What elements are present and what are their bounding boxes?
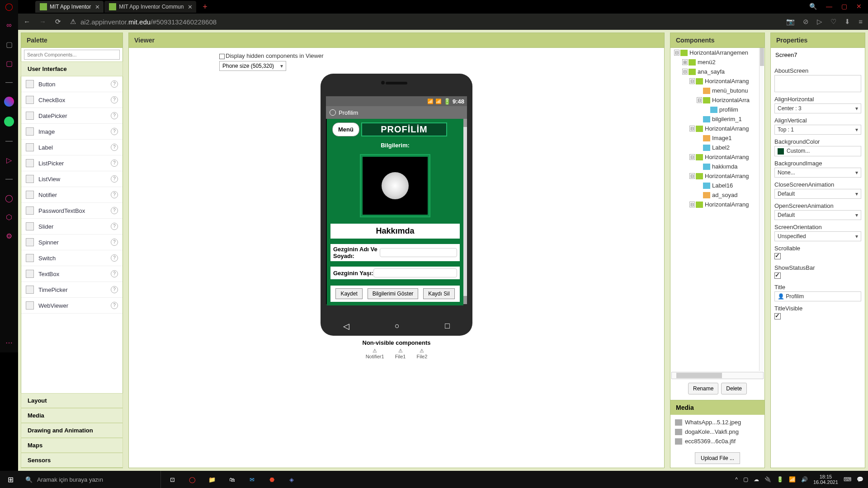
tab-close-icon[interactable]: ✕ [95, 4, 100, 10]
prop-alignvertical[interactable]: Top : 1 [774, 125, 861, 135]
tree-hscroll[interactable] [671, 372, 764, 379]
nonvisible-file2[interactable]: ⚠File2 [416, 348, 427, 359]
help-icon[interactable]: ? [111, 286, 118, 293]
clock-icon[interactable]: ◯ [5, 193, 14, 202]
help-icon[interactable]: ? [111, 270, 118, 277]
preview-scrollbar[interactable] [463, 119, 467, 304]
close-icon[interactable]: ✕ [856, 3, 862, 10]
chevron-up-icon[interactable]: ^ [735, 476, 738, 483]
help-icon[interactable]: ? [111, 96, 118, 103]
usb-icon[interactable]: 🔌 [764, 476, 771, 483]
gear-icon[interactable]: ⚙ [5, 231, 14, 240]
expand-icon[interactable]: ⊞ [682, 59, 688, 65]
palette-item-webviewer[interactable]: WebViewer? [21, 298, 123, 314]
expand-icon[interactable]: ⊟ [689, 173, 695, 179]
cube-icon[interactable]: ⬡ [5, 212, 14, 221]
components-tree[interactable]: ⊟HorizontalArrangemen⊞menü2⊟ana_sayfa⊟Ho… [670, 48, 764, 371]
phone-size-select[interactable]: Phone size (505,320) [219, 61, 286, 71]
media-file[interactable]: WhatsApp...5.12.jpeg [675, 418, 760, 427]
dash3-icon[interactable]: — [5, 174, 14, 183]
help-icon[interactable]: ? [111, 207, 118, 214]
tree-node[interactable]: hakkımda [696, 162, 764, 171]
onedrive-icon[interactable]: ☁ [754, 476, 759, 483]
delete-button[interactable]: Delete [721, 383, 747, 394]
display-hidden-checkbox[interactable]: Display hidden components in Viewer [219, 52, 324, 59]
category-layout[interactable]: Layout [21, 393, 123, 408]
age-input[interactable] [373, 268, 457, 277]
download-icon[interactable]: ⬇ [844, 18, 850, 26]
help-icon[interactable]: ? [111, 128, 118, 135]
mail-icon[interactable]: ✉ [244, 473, 259, 486]
palette-item-notifier[interactable]: Notifier? [21, 187, 123, 203]
help-icon[interactable]: ? [111, 160, 118, 167]
expand-icon[interactable]: ⊟ [689, 78, 695, 84]
menu-icon[interactable]: ≡ [859, 18, 863, 26]
ime-icon[interactable]: ⌨ [844, 476, 851, 483]
tree-node[interactable]: ⊟HorizontalArra [696, 95, 764, 105]
opera-icon[interactable]: ◯ [5, 2, 14, 11]
palette-item-textbox[interactable]: TextBox? [21, 266, 123, 282]
search-icon[interactable]: 🔍 [809, 3, 817, 10]
volume-icon[interactable]: 🔊 [801, 476, 808, 483]
discord-icon[interactable]: ◈ [284, 473, 299, 486]
tree-node[interactable]: ⊞menü2 [681, 57, 764, 67]
help-icon[interactable]: ? [111, 191, 118, 198]
office-icon[interactable]: ⬣ [264, 473, 279, 486]
nonvisible-notifier1[interactable]: ⚠Notifier1 [366, 348, 384, 359]
expand-icon[interactable]: ⊟ [689, 126, 695, 131]
tree-node[interactable]: ⊟HorizontalArrang [689, 171, 764, 181]
tree-node[interactable]: ad_soyad [696, 190, 764, 200]
phone-screen[interactable]: 📶 📶 🔋 9:48 Profilim Menü [326, 96, 467, 304]
minimize-icon[interactable]: — [826, 3, 832, 10]
expand-icon[interactable]: ⊟ [689, 202, 695, 207]
help-icon[interactable]: ? [111, 112, 118, 119]
prop-backgroundimage[interactable]: None... [774, 168, 861, 178]
help-icon[interactable]: ? [111, 254, 118, 262]
prop-alignhorizontal[interactable]: Center : 3 [774, 103, 861, 113]
prop-openscreenanimation[interactable]: Default [774, 210, 861, 220]
wifi-tray-icon[interactable]: 📶 [789, 476, 796, 483]
palette-item-checkbox[interactable]: CheckBox? [21, 92, 123, 108]
palette-item-switch[interactable]: Switch? [21, 250, 123, 266]
url-field[interactable]: ⚠ ai2.appinventor.mit.edu/#5093132460228… [70, 18, 786, 26]
briefcase-icon[interactable]: ▢ [5, 40, 14, 49]
start-button[interactable]: ⊞ [0, 475, 21, 484]
help-icon[interactable]: ? [111, 175, 118, 183]
gx-icon[interactable]: ∞ [5, 21, 14, 30]
camera-icon[interactable]: 📷 [786, 18, 795, 26]
opera-app-icon[interactable]: ◯ [184, 473, 200, 486]
store-icon[interactable]: 🛍 [224, 473, 240, 486]
messenger-icon[interactable] [4, 97, 14, 107]
twitch-icon[interactable]: ▢ [5, 59, 14, 68]
category-drawing[interactable]: Drawing and Animation [21, 423, 123, 438]
upload-file-button[interactable]: Upload File ... [695, 452, 740, 464]
prop-title[interactable]: 👤 Profilim [774, 291, 861, 301]
help-icon[interactable]: ? [111, 80, 118, 88]
recent-key-icon[interactable]: □ [445, 321, 450, 331]
palette-item-label[interactable]: Label? [21, 140, 123, 155]
back-icon[interactable]: ← [24, 18, 30, 26]
name-input[interactable] [380, 248, 457, 257]
tree-node[interactable]: Image1 [696, 133, 764, 143]
prop-backgroundcolor[interactable]: Custom... [774, 146, 861, 156]
tree-node[interactable]: ⊟ana_sayfa [681, 67, 764, 76]
tab-community[interactable]: MIT App Inventor Commun ✕ [104, 1, 196, 13]
expand-icon[interactable]: ⊟ [674, 50, 679, 56]
palette-item-passwordtextbox[interactable]: PasswordTextBox? [21, 203, 123, 219]
maximize-icon[interactable]: ▢ [841, 3, 847, 10]
prop-scrollable[interactable] [774, 253, 781, 259]
prop-screenorientation[interactable]: Unspecified [774, 231, 861, 241]
search-components-input[interactable] [24, 50, 120, 60]
tree-node[interactable]: bilgilerim_1 [696, 114, 764, 124]
help-icon[interactable]: ? [111, 302, 118, 309]
tab-close-icon[interactable]: ✕ [188, 4, 193, 10]
expand-icon[interactable]: ⊟ [697, 97, 702, 103]
dash2-icon[interactable]: — [5, 136, 14, 145]
help-icon[interactable]: ? [111, 239, 118, 246]
media-file[interactable]: dogaKole...Vakfi.png [675, 427, 760, 436]
play-icon[interactable]: ▷ [5, 155, 14, 164]
more-icon[interactable]: ⋯ [5, 338, 14, 347]
goster-button[interactable]: Bilgilerimi Göster [368, 288, 419, 299]
prop-closescreenanimation[interactable]: Default [774, 189, 861, 199]
category-media[interactable]: Media [21, 408, 123, 423]
